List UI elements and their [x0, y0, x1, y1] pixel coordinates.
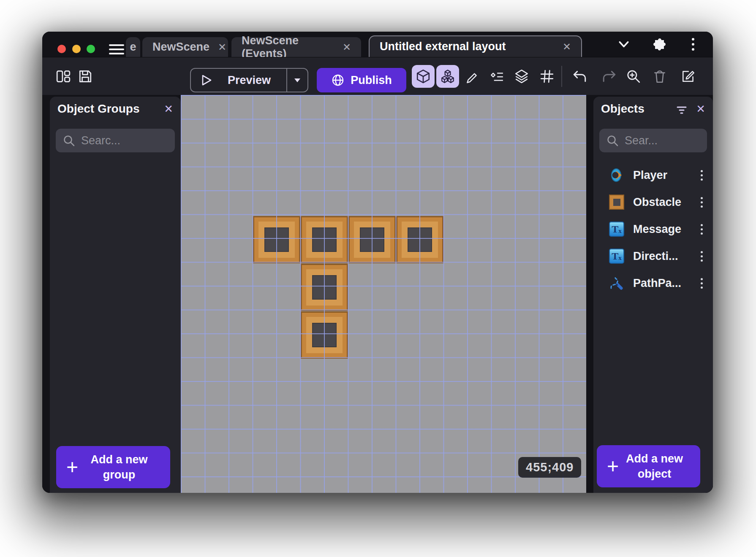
scene-canvas[interactable]: 455;409: [181, 95, 586, 493]
edit-scene-button[interactable]: [464, 69, 479, 84]
object-name: Directi...: [633, 250, 691, 263]
publish-button[interactable]: Publish: [317, 68, 406, 92]
tab-untitled-external-layout[interactable]: Untitled external layout ✕: [369, 35, 582, 57]
object-name: Obstacle: [633, 196, 691, 209]
panel-header: Objects ✕: [593, 97, 713, 121]
edit-notes-icon: [681, 69, 696, 84]
tab-newscene[interactable]: NewScene ✕: [142, 37, 228, 57]
objects-list: Player Obstacle Tx Message Tx Directi...: [593, 162, 713, 297]
kebab-menu-icon: [690, 36, 696, 52]
obstacle-instance[interactable]: [301, 311, 348, 359]
zoom-in-icon: [626, 69, 641, 84]
redo-button[interactable]: [602, 69, 617, 84]
redo-icon: [602, 69, 617, 84]
object-row-obstacle[interactable]: Obstacle: [593, 189, 713, 216]
text-object-icon: Tx: [609, 248, 625, 264]
search-icon: [606, 134, 619, 147]
tab-partial[interactable]: e: [126, 37, 140, 57]
maximize-window-button[interactable]: [87, 45, 95, 53]
save-button[interactable]: [78, 69, 93, 84]
close-icon[interactable]: ✕: [343, 41, 351, 53]
close-icon[interactable]: ✕: [218, 41, 226, 53]
search-input[interactable]: [81, 134, 168, 147]
tab-label: NewScene: [152, 41, 209, 54]
add-group-label-line1: Add a new: [91, 453, 148, 466]
object-menu-button[interactable]: [699, 249, 704, 263]
play-icon: [200, 74, 212, 86]
object-groups-editor-button[interactable]: [436, 65, 459, 88]
zoom-in-button[interactable]: [626, 69, 641, 84]
add-object-label-line2: object: [638, 468, 672, 480]
object-row-directions[interactable]: Tx Directi...: [593, 243, 713, 270]
close-icon[interactable]: ✕: [696, 103, 705, 116]
layers-icon: [514, 69, 529, 84]
objects-panel: Objects ✕ Player: [593, 97, 713, 493]
plus-icon: +: [607, 456, 619, 476]
layout-panels-icon: [56, 69, 71, 84]
cursor-coordinates-badge: 455;409: [518, 457, 581, 478]
obstacle-icon: [609, 194, 625, 210]
object-name: PathPa...: [633, 277, 691, 290]
text-object-icon: Tx: [609, 221, 625, 237]
add-group-button[interactable]: + Add a newgroup: [56, 446, 170, 488]
obstacle-instance[interactable]: [348, 216, 396, 263]
tab-newscene-events[interactable]: NewScene (Events) ✕: [231, 37, 361, 57]
toolbar-divider: [561, 66, 562, 87]
obstacle-instance[interactable]: [301, 264, 348, 311]
panel-title: Objects: [601, 102, 667, 116]
toggle-panels-button[interactable]: [56, 69, 71, 84]
object-menu-button[interactable]: [699, 195, 704, 209]
content-area: Object Groups ✕ + Add a newgroup 455;409…: [42, 95, 713, 493]
puzzle-piece-icon: [653, 37, 667, 51]
extensions-button[interactable]: [653, 32, 667, 57]
preview-button[interactable]: Preview: [190, 68, 308, 92]
obstacle-instance[interactable]: [301, 216, 348, 263]
cube-icon: [416, 69, 431, 84]
app-window: e NewScene ✕ NewScene (Events) ✕ Untitle…: [42, 32, 713, 493]
delete-button[interactable]: [652, 69, 667, 84]
close-icon[interactable]: ✕: [164, 103, 173, 116]
plus-icon: +: [66, 457, 78, 477]
object-row-message[interactable]: Tx Message: [593, 216, 713, 243]
main-menu-button[interactable]: [109, 44, 124, 54]
window-menu-button[interactable]: [690, 32, 696, 57]
undo-icon: [572, 69, 587, 84]
object-menu-button[interactable]: [699, 222, 704, 236]
objects-editor-button[interactable]: [412, 65, 435, 88]
add-object-label-line1: Add a new: [626, 452, 683, 465]
object-row-player[interactable]: Player: [593, 162, 713, 189]
tabs-overflow-button[interactable]: [617, 32, 630, 57]
globe-icon: [331, 73, 345, 87]
grid-button[interactable]: [539, 69, 555, 84]
layers-button[interactable]: [514, 69, 529, 84]
object-menu-button[interactable]: [699, 276, 704, 290]
object-groups-search[interactable]: [56, 129, 175, 152]
obstacle-instance[interactable]: [253, 216, 300, 263]
pencil-icon: [464, 69, 479, 84]
panel-title: Object Groups: [57, 102, 156, 116]
close-window-button[interactable]: [57, 45, 66, 53]
edit-properties-button[interactable]: [681, 69, 696, 84]
preview-label: Preview: [212, 74, 286, 87]
add-group-label-line2: group: [103, 468, 135, 481]
obstacle-instance[interactable]: [396, 216, 443, 263]
search-icon: [63, 134, 75, 147]
toolbar: Preview Publish: [42, 57, 713, 95]
close-icon[interactable]: ✕: [563, 41, 571, 53]
minimize-window-button[interactable]: [72, 45, 81, 53]
instances-list-button[interactable]: [489, 69, 504, 84]
object-name: Player: [633, 169, 691, 182]
undo-button[interactable]: [572, 69, 587, 84]
objects-search[interactable]: [599, 129, 707, 152]
caret-down-icon: [293, 76, 302, 85]
tab-label: Untitled external layout: [380, 40, 506, 53]
filter-button[interactable]: [675, 102, 688, 116]
search-input[interactable]: [625, 134, 700, 147]
player-icon: [609, 167, 625, 183]
filter-icon: [675, 102, 688, 116]
object-menu-button[interactable]: [699, 168, 704, 182]
add-object-button[interactable]: + Add a newobject: [597, 445, 700, 487]
grid-icon: [539, 69, 555, 84]
preview-options-button[interactable]: [287, 76, 307, 85]
object-row-pathpaint[interactable]: PathPa...: [593, 270, 713, 297]
